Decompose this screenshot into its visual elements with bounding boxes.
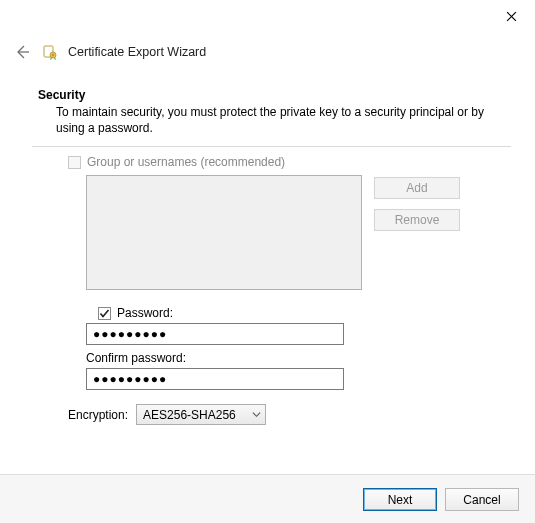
chevron-down-icon	[252, 410, 261, 419]
next-button[interactable]: Next	[363, 488, 437, 511]
encryption-label: Encryption:	[68, 408, 128, 422]
wizard-header: Certificate Export Wizard	[12, 42, 523, 62]
page-description: To maintain security, you must protect t…	[56, 104, 505, 136]
groups-checkbox-label: Group or usernames (recommended)	[87, 155, 285, 169]
confirm-password-label: Confirm password:	[86, 351, 505, 365]
checkmark-icon	[99, 308, 110, 319]
encryption-select[interactable]: AES256-SHA256	[136, 404, 266, 425]
add-button: Add	[374, 177, 460, 199]
confirm-password-input[interactable]: ●●●●●●●●●	[86, 368, 344, 390]
close-icon	[506, 11, 517, 22]
password-input[interactable]: ●●●●●●●●●	[86, 323, 344, 345]
groups-listbox	[86, 175, 362, 290]
page-heading: Security	[38, 88, 505, 102]
confirm-password-value: ●●●●●●●●●	[93, 372, 167, 386]
remove-button: Remove	[374, 209, 460, 231]
cancel-button[interactable]: Cancel	[445, 488, 519, 511]
password-checkbox[interactable]	[98, 307, 111, 320]
back-button[interactable]	[12, 42, 32, 62]
close-button[interactable]	[501, 6, 521, 26]
password-value: ●●●●●●●●●	[93, 327, 167, 341]
certificate-icon	[42, 44, 58, 60]
separator	[32, 146, 511, 147]
password-checkbox-label: Password:	[117, 306, 173, 320]
svg-point-5	[52, 54, 54, 56]
wizard-title: Certificate Export Wizard	[68, 45, 206, 59]
footer-separator	[0, 474, 535, 475]
groups-checkbox	[68, 156, 81, 169]
encryption-selected: AES256-SHA256	[143, 408, 236, 422]
back-arrow-icon	[14, 44, 30, 60]
